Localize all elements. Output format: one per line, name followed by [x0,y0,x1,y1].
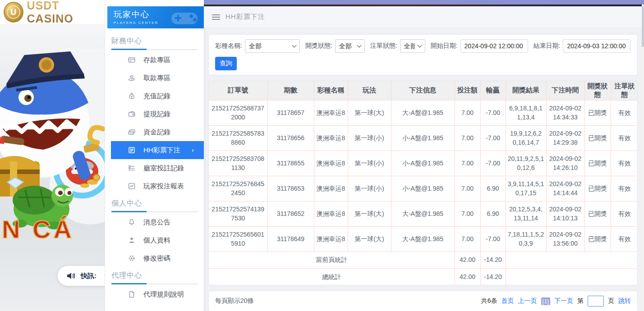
section-heading: 財務中心 [105,33,204,51]
table-cell: 已開獎 [584,226,611,252]
sidebar-item-gear[interactable]: 修改密碼 [105,249,204,267]
summary-label: 當前頁統計 [209,252,455,268]
search-button[interactable]: 查詢 [215,57,237,70]
doc-icon [128,291,135,298]
sidebar-item-lottery-bet[interactable]: HH彩票下注› [111,141,204,159]
gear-icon [128,255,135,262]
table-cell: 2152172525656015910 [209,226,267,252]
sidebar-item-cashout-wallet[interactable]: 提現記錄 [105,105,204,123]
sidebar-item-label: 修改密碼 [143,254,170,263]
summary-bet-total: 42.00 [455,268,480,285]
end-date-label: 結束日期: [534,42,561,50]
draw-status-select[interactable]: 全部 [335,39,365,53]
table-cell: 有效 [611,176,638,201]
section-heading: 代理中心 [105,267,204,285]
order-status-select[interactable]: 全部 [400,39,425,53]
order-status-label: 注單狀態: [370,42,397,50]
sidebar-item-label: 取款專區 [143,74,170,82]
column-header: 彩種名稱 [314,81,348,100]
table-cell: 31178656 [267,125,314,151]
summary-winloss-total: -14.20 [480,268,506,285]
next-page-link[interactable]: 下一页 [554,297,573,305]
table-cell: 第一球(小) [348,125,391,151]
prev-page-link[interactable]: 上一页 [518,297,537,305]
table-cell: 31178655 [267,151,314,176]
ticker-label: 快訊: [81,272,97,280]
table-cell: 6.90 [480,176,506,201]
end-date-input[interactable] [563,39,630,53]
table-cell: 第一球(小) [348,151,391,176]
promo-panel: U USDT CASINO [0,0,105,311]
column-header: 注單狀態 [611,81,638,100]
summary-row: 總統計42.00-14.20 [209,268,638,285]
table-cell: 有效 [611,151,638,176]
sidebar-item-bell[interactable]: 消息公告 [105,213,204,231]
bet-records-table: 訂單號期數彩種名稱玩法下注信息投注額輸贏開獎結果下注時間開獎狀態注單狀態 215… [209,81,638,285]
first-page-link[interactable]: 首页 [501,297,514,305]
scrollbar[interactable] [642,5,644,311]
sidebar-item-label: 廳室投註記錄 [143,164,184,173]
sidebar-item-user[interactable]: 個人資料 [105,231,204,249]
table-cell: 已開獎 [584,151,611,176]
user-icon [128,237,135,244]
total-count-text: 共6条 [481,297,497,305]
sidebar-item-doc[interactable]: 代理規則說明 [105,285,204,303]
chevron-right-icon: › [192,146,194,154]
lottery-name-label: 彩種名稱: [215,42,242,50]
sidebar-item-withdraw-hand[interactable]: 取款專區 [105,69,204,87]
sidebar-item-label: 資金記錄 [143,128,170,137]
page-title: HH彩票下注 [225,13,265,21]
table-cell: 2152172525887372000 [209,100,267,125]
menu-toggle-icon[interactable] [212,14,220,20]
column-header: 訂單號 [209,81,267,100]
table-cell: 31178652 [267,201,314,226]
table-cell: 7.00 [455,226,480,252]
sidebar-item-label: HH彩票下注 [143,146,180,155]
column-header: 玩法 [348,81,391,100]
table-cell: 已開獎 [584,125,611,151]
summary-empty-cell [506,268,638,285]
lottery-name-select[interactable]: 全部 [245,39,300,53]
fishing-game-artwork: N CÁ [0,49,105,245]
table-row: 215217252588737200031178657澳洲幸运8第一球(大)大-… [209,100,638,125]
table-cell: 2024-09-02 14:10:13 [546,201,584,226]
table-cell: -7.00 [480,226,506,252]
table-cell: 7.00 [455,201,480,226]
coin-letter: U [7,5,20,19]
table-cell: 有效 [611,226,638,252]
section-heading: 個人中心 [105,195,204,213]
sidebar-item-recharge-bag[interactable]: 充值記錄 [105,87,204,105]
column-header: 期數 [267,81,314,100]
column-header: 開獎狀態 [584,81,611,100]
summary-empty-cell [506,252,638,268]
sidebar-item-hall-record[interactable]: 廳室投註記錄 [105,159,204,177]
page-size-text: 每頁顯示20條 [215,297,254,305]
table-row: 215217252576845245031178653澳洲幸运8第一球(小)小-… [209,176,638,201]
page-jump-input[interactable] [588,296,604,306]
table-cell: 大-A盤@1.985 [391,201,455,226]
start-date-label: 開始日期: [431,42,458,50]
table-row: 215217252574139753031178652澳洲幸运8第一球(大)大-… [209,201,638,226]
table-cell: 7.00 [455,151,480,176]
table-cell: 2024-09-02 13:56:00 [546,226,584,252]
table-cell: 澳洲幸运8 [314,125,348,151]
table-cell: 第一球(大) [348,201,391,226]
speaker-icon [67,272,75,279]
column-header: 輸贏 [480,81,506,100]
table-cell: 已開獎 [584,201,611,226]
sidebar-item-deposit-card[interactable]: 存款專區 [105,51,204,69]
hall-record-icon [128,165,135,172]
table-cell: 7.00 [455,125,480,151]
sidebar-item-funds-record[interactable]: 資金記錄 [105,123,204,141]
jump-action-link[interactable]: 跳转 [618,297,631,305]
gamepad-icon [169,8,200,28]
sidebar-item-player-report[interactable]: 玩家投注報表 [105,177,204,195]
table-cell: 2152172525837081130 [209,151,267,176]
bet-records-table-card: 訂單號期數彩種名稱玩法下注信息投注額輸贏開獎結果下注時間開獎狀態注單狀態 215… [208,81,638,285]
cashout-wallet-icon [128,110,135,118]
table-cell: 7,18,11,1,5,20,3,9 [506,226,546,252]
start-date-input[interactable] [460,39,528,53]
column-header: 下注時間 [546,81,584,100]
sidebar-item-label: 個人資料 [143,236,170,245]
table-cell: 3,9,11,14,5,10,17,15 [506,176,546,201]
